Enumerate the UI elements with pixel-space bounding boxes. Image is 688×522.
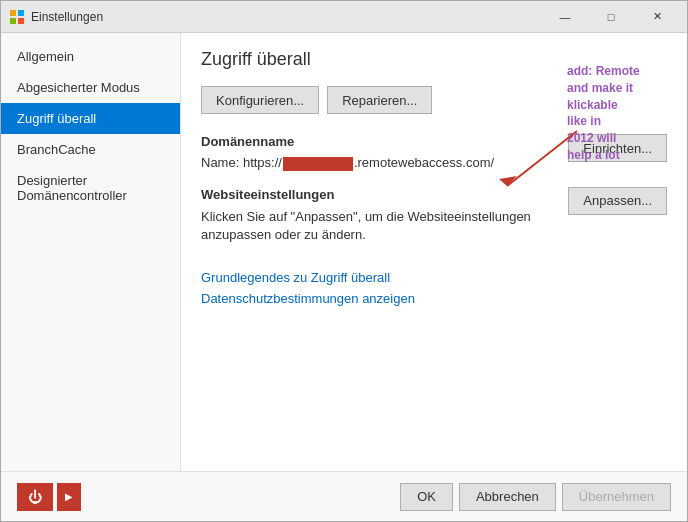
anpassen-button[interactable]: Anpassen... [568,187,667,215]
sidebar-item-zugriff-ueberall[interactable]: Zugriff überall [1,103,180,134]
nav-arrow-button[interactable]: ▶ [57,483,81,511]
reparieren-button[interactable]: Reparieren... [327,86,432,114]
konfigurieren-button[interactable]: Konfigurieren... [201,86,319,114]
domain-title: Domänenname [201,134,552,149]
sidebar: Allgemein Abgesicherter Modus Zugriff üb… [1,33,181,471]
datenschutz-link[interactable]: Datenschutzbestimmungen anzeigen [201,291,667,306]
website-left: Websiteeinstellungen Klicken Sie auf "An… [201,187,552,254]
sidebar-item-abgesicherter-modus[interactable]: Abgesicherter Modus [1,72,180,103]
sidebar-item-allgemein[interactable]: Allgemein [1,41,180,72]
svg-rect-2 [10,18,16,24]
power-button[interactable]: ⏻ [17,483,53,511]
annotation-text: add: Remoteand make itklickablelike in20… [567,63,677,164]
abbrechen-button[interactable]: Abbrechen [459,483,556,511]
sidebar-item-branchcache[interactable]: BranchCache [1,134,180,165]
title-bar: Einstellungen — □ ✕ [1,1,687,33]
maximize-button[interactable]: □ [589,3,633,31]
svg-rect-0 [10,10,16,16]
main-content: Zugriff überall Konfigurieren... Reparie… [181,33,687,471]
uebernehmen-button[interactable]: Übernehmen [562,483,671,511]
svg-rect-3 [18,18,24,24]
website-description: Klicken Sie auf "Anpassen", um die Websi… [201,208,552,244]
domain-name-text: Name: https://.remotewebaccess.com/ [201,155,552,171]
website-title: Websiteeinstellungen [201,187,552,202]
window-title: Einstellungen [31,10,543,24]
website-right: Anpassen... [568,187,667,215]
minimize-button[interactable]: — [543,3,587,31]
content-area: Allgemein Abgesicherter Modus Zugriff üb… [1,33,687,471]
window-controls: — □ ✕ [543,3,679,31]
ok-button[interactable]: OK [400,483,453,511]
sidebar-item-designierter-domaeencontroller[interactable]: Designierter Domänencontroller [1,165,180,211]
svg-rect-1 [18,10,24,16]
window-icon [9,9,25,25]
close-button[interactable]: ✕ [635,3,679,31]
main-window: Einstellungen — □ ✕ Allgemein Abgesicher… [0,0,688,522]
domain-left: Domänenname Name: https://.remotewebacce… [201,134,552,171]
redacted-domain [283,157,353,171]
website-section: Websiteeinstellungen Klicken Sie auf "An… [201,187,667,254]
bottom-bar: ⏻ ▶ OK Abbrechen Übernehmen [1,471,687,521]
grundlegendes-link[interactable]: Grundlegendes zu Zugriff überall [201,270,667,285]
